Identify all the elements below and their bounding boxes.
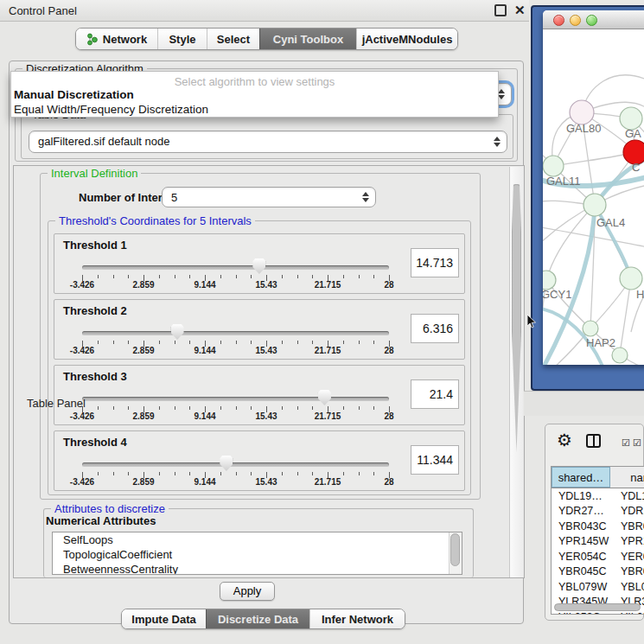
table-row[interactable]: YDL19…YDL19 <box>552 488 644 504</box>
slider-tick <box>359 472 360 475</box>
table-row[interactable]: YBR045CYBR04 <box>552 564 644 580</box>
slider-tick <box>282 406 283 410</box>
slider-tick-label: 2.859 <box>132 346 154 355</box>
slider-tick-label: 9.144 <box>194 411 215 421</box>
network-node-label: H <box>636 288 644 301</box>
list-item-topologicalcoefficient[interactable]: TopologicalCoefficient <box>53 547 462 562</box>
close-icon[interactable]: ✕ <box>514 3 526 18</box>
threshold-list: Threshold 1-3.4262.8599.14415.4321.71528… <box>48 233 470 496</box>
slider-thumb[interactable] <box>171 324 184 340</box>
checkbox-icon[interactable]: ☑ <box>633 437 641 449</box>
list-scrollbar[interactable] <box>449 532 462 574</box>
slider-tick <box>220 341 221 344</box>
slider-tick <box>312 275 313 278</box>
checkbox-icon[interactable]: ☑ <box>622 437 630 449</box>
split-columns-icon[interactable] <box>586 434 601 448</box>
numerical-attributes-list[interactable]: SelfLoopsTopologicalCoefficientBetweenne… <box>52 532 462 575</box>
horizontal-scrollbar[interactable] <box>554 603 641 611</box>
tab-label: Select <box>217 33 250 46</box>
slider-tick <box>189 275 190 278</box>
network-node-gcy1[interactable] <box>543 271 556 290</box>
slider-tick <box>312 472 313 475</box>
slider-tick <box>113 406 114 410</box>
slider-tick <box>282 275 283 278</box>
table-cell: YDL19… <box>552 490 610 502</box>
network-edge[interactable] <box>546 205 595 280</box>
slider-tick-label: 15.43 <box>255 346 277 355</box>
gear-icon[interactable]: ⚙ <box>557 430 572 450</box>
table-data-select[interactable]: galFiltered.sif default node <box>29 131 507 153</box>
slider-tick-label: 15.43 <box>255 280 277 290</box>
dropdown-item-manual-discretization[interactable]: Manual Discretization <box>14 88 134 101</box>
slider-tick <box>359 406 360 410</box>
slider-tick-label: 9.144 <box>194 280 215 290</box>
table-cell: YBR045C <box>552 565 610 577</box>
cyni-toolbox-panel: Discretization Algorithm Table Data galF… <box>9 61 524 624</box>
table-row[interactable]: YBL079WYBL07 <box>552 579 644 595</box>
dropdown-prompt: Select algorithm to view settings <box>11 75 498 88</box>
bottom-tab-infer-network[interactable]: Infer Network <box>309 609 405 628</box>
network-node-label: GAL4 <box>596 216 625 229</box>
network-window-titlebar[interactable] <box>543 10 644 29</box>
tab-network[interactable]: Network <box>76 29 157 49</box>
network-node-partial-bottom[interactable] <box>612 348 628 363</box>
slider-thumb[interactable] <box>220 456 233 471</box>
threshold-value-field[interactable]: 14.713 <box>411 248 459 277</box>
table-row[interactable]: YBR043CYBR04 <box>552 519 644 534</box>
network-view-window: GAL80GACGAL11GAL4GCY1HHAP2 <box>531 5 644 391</box>
slider-tick <box>113 472 114 475</box>
table-row[interactable]: YER054CYER05 <box>552 549 644 564</box>
threshold-value-field[interactable]: 6.316 <box>411 314 459 343</box>
threshold-value-field[interactable]: 11.344 <box>411 445 459 475</box>
attributes-to-discretize-group: Attributes to discretize Numerical Attri… <box>43 508 474 577</box>
slider-thumb[interactable] <box>252 258 265 274</box>
float-window-icon[interactable] <box>494 4 507 16</box>
slider-tick-label: 9.144 <box>194 346 215 355</box>
bottom-tab-discretize-data[interactable]: Discretize Data <box>206 609 309 628</box>
slider-track[interactable] <box>82 331 389 335</box>
zoom-traffic-light-icon[interactable] <box>586 15 597 26</box>
close-traffic-light-icon[interactable] <box>553 15 564 26</box>
slider-tick <box>128 406 129 410</box>
list-item-betweennesscentrality[interactable]: BetweennessCentrality <box>53 562 462 575</box>
dropdown-item-equal-width-frequency-discretization[interactable]: Equal Width/Frequency Discretization <box>14 103 208 116</box>
table-panel-title: Table Panel <box>27 397 86 410</box>
slider-tick <box>113 341 114 344</box>
threshold-panel-4: Threshold 4-3.4262.8599.14415.4321.71528… <box>54 430 465 491</box>
slider-tick-label: 15.43 <box>255 477 277 487</box>
slider-track[interactable] <box>82 462 389 467</box>
network-canvas[interactable]: GAL80GACGAL11GAL4GCY1HHAP2 <box>543 29 644 365</box>
bottom-tab-impute-data[interactable]: Impute Data <box>122 609 206 628</box>
slider-tick-label: -3.426 <box>70 411 94 421</box>
tab-jactivemnodules[interactable]: jActiveMNodules <box>356 29 457 49</box>
slider-tick <box>343 406 344 410</box>
slider-tick <box>175 275 175 278</box>
column-header-shared-[interactable]: shared… <box>552 467 610 488</box>
network-node-gal80[interactable] <box>570 100 594 124</box>
slider-track[interactable] <box>82 397 389 401</box>
table-row[interactable]: YPR145WYPR14 <box>552 534 644 550</box>
network-node-hap2[interactable] <box>583 321 598 336</box>
number-of-intervals-select[interactable]: 5 <box>162 187 376 207</box>
minimize-traffic-light-icon[interactable] <box>570 15 581 26</box>
slider-thumb[interactable] <box>318 390 331 405</box>
list-item-selfloops[interactable]: SelfLoops <box>53 532 462 547</box>
slider-tick <box>282 341 283 344</box>
threshold-value-field[interactable]: 21.4 <box>411 379 459 409</box>
tab-cyni-toolbox[interactable]: Cyni Toolbox <box>259 29 356 49</box>
network-inner-window: GAL80GACGAL11GAL4GCY1HHAP2 <box>543 10 644 365</box>
apply-button[interactable]: Apply <box>220 582 275 601</box>
tab-select[interactable]: Select <box>207 29 259 49</box>
slider-tick <box>236 275 237 278</box>
column-header-name[interactable]: name <box>610 467 644 488</box>
tab-style[interactable]: Style <box>157 29 207 49</box>
table-row[interactable]: YDR27…YDR27 <box>552 504 644 520</box>
network-node-gal11[interactable] <box>543 156 564 176</box>
slider-tick <box>343 472 344 475</box>
slider-track[interactable] <box>82 265 389 270</box>
network-node-gal4[interactable] <box>583 194 606 216</box>
network-node-h-partial[interactable] <box>620 267 642 290</box>
control-panel-title: Control Panel <box>9 4 77 17</box>
tab-label: Network <box>103 33 147 46</box>
settings-scrollbar[interactable] <box>509 167 523 578</box>
